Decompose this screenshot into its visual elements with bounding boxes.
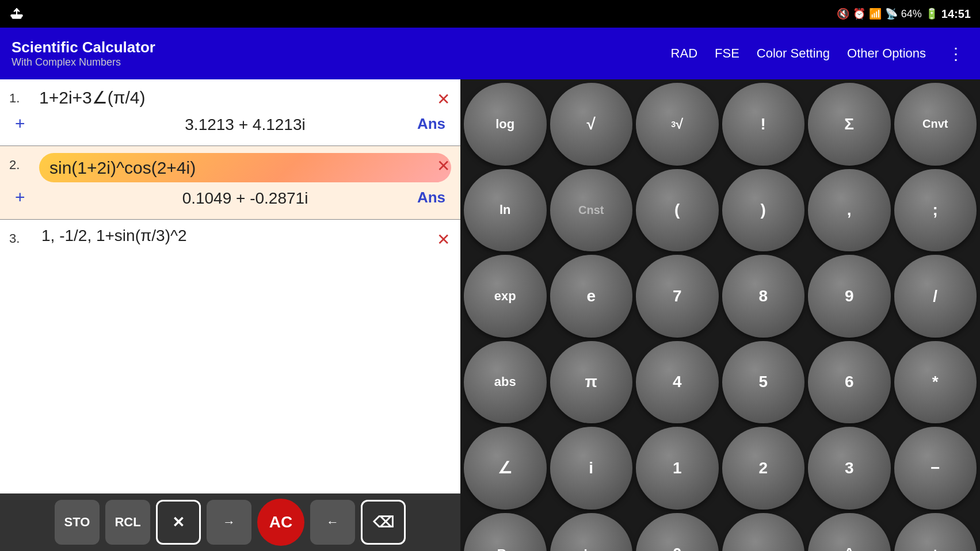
row-2-plus: +: [15, 188, 25, 207]
row-3-number: 3.: [9, 227, 30, 246]
key-8[interactable]: 8: [722, 255, 805, 338]
key-sigma[interactable]: Σ: [808, 83, 891, 166]
status-bar: 🔇 ⏰ 📶 📡 64% 🔋 14:51: [0, 0, 980, 28]
row-3-expression[interactable]: 1, -1/2, 1+sin(π/3)^2: [39, 227, 187, 245]
app-title: Scientific Calculator: [12, 39, 155, 56]
key-cbrt[interactable]: 3√: [636, 83, 719, 166]
calc-row-2: 2. sin(1+2i)^cos(2+4i) ✕ + 0.1049 + -0.2…: [0, 146, 460, 220]
bottom-toolbar: STO RCL ✕ → AC ← ⌫: [0, 493, 460, 551]
battery-icon: 🔋: [925, 7, 938, 20]
key-divide[interactable]: /: [894, 255, 977, 338]
wifi-icon: 📶: [869, 7, 882, 20]
status-bar-right: 🔇 ⏰ 📶 📡 64% 🔋 14:51: [837, 7, 971, 21]
key-9[interactable]: 9: [808, 255, 891, 338]
calc-row-1-header: 1. 1+2i+3∠(π/4) ✕: [9, 86, 451, 109]
key-factorial[interactable]: !: [722, 83, 805, 166]
key-cnvt[interactable]: Cnvt: [894, 83, 977, 166]
row-2-result-line: + 0.1049 + -0.2871i Ans: [9, 182, 451, 212]
row-2-expression[interactable]: sin(1+2i)^cos(2+4i): [39, 153, 451, 182]
key-plus[interactable]: +: [894, 513, 977, 552]
row-1-ans[interactable]: Ans: [417, 115, 445, 133]
color-setting-button[interactable]: Color Setting: [757, 46, 830, 61]
key-imaginary[interactable]: i: [550, 427, 633, 510]
key-close-paren[interactable]: ): [722, 169, 805, 252]
row-2-ans[interactable]: Ans: [417, 189, 445, 206]
key-1[interactable]: 1: [636, 427, 719, 510]
key-sqrt[interactable]: √: [550, 83, 633, 166]
row-1-number: 1.: [9, 86, 30, 106]
key-angle[interactable]: ∠: [464, 427, 547, 510]
calc-row-3-header: 3. 1, -1/2, 1+sin(π/3)^2 ✕: [9, 227, 451, 246]
key-open-paren[interactable]: (: [636, 169, 719, 252]
mute-icon: 🔇: [837, 7, 849, 20]
key-2[interactable]: 2: [722, 427, 805, 510]
back-button[interactable]: ←: [310, 500, 355, 545]
keypad: log √ 3√ ! Σ Cnvt ln Cnst ( ) , ; exp e …: [460, 79, 980, 551]
key-comma[interactable]: ,: [808, 169, 891, 252]
key-re[interactable]: Re: [464, 513, 547, 552]
row-2-result: 0.1049 + -0.2871i: [152, 185, 308, 210]
alarm-icon: ⏰: [853, 7, 865, 20]
key-exp[interactable]: exp: [464, 255, 547, 338]
key-multiply[interactable]: *: [894, 341, 977, 424]
row-1-delete[interactable]: ✕: [432, 87, 455, 111]
sto-button[interactable]: STO: [55, 500, 100, 545]
row-2-delete[interactable]: ✕: [432, 154, 455, 178]
key-log[interactable]: log: [464, 83, 547, 166]
other-options-button[interactable]: Other Options: [847, 46, 926, 61]
key-5[interactable]: 5: [722, 341, 805, 424]
key-pi[interactable]: π: [550, 341, 633, 424]
row-1-result: 3.1213 + 4.1213i: [155, 111, 305, 136]
rad-button[interactable]: RAD: [671, 46, 697, 61]
row-1-result-line: + 3.1213 + 4.1213i Ans: [9, 109, 451, 139]
calc-row-2-header: 2. sin(1+2i)^cos(2+4i) ✕: [9, 153, 451, 182]
key-3[interactable]: 3: [808, 427, 891, 510]
signal-icon: 📡: [885, 7, 898, 20]
row-1-plus: +: [15, 114, 25, 133]
fse-button[interactable]: FSE: [715, 46, 739, 61]
key-power[interactable]: ^: [808, 513, 891, 552]
row-2-number: 2.: [9, 153, 30, 173]
main-content: 1. 1+2i+3∠(π/4) ✕ + 3.1213 + 4.1213i Ans…: [0, 79, 980, 551]
calc-display: 1. 1+2i+3∠(π/4) ✕ + 3.1213 + 4.1213i Ans…: [0, 79, 460, 493]
left-panel: 1. 1+2i+3∠(π/4) ✕ + 3.1213 + 4.1213i Ans…: [0, 79, 460, 551]
key-semicolon[interactable]: ;: [894, 169, 977, 252]
key-im[interactable]: Im: [550, 513, 633, 552]
row-1-expression[interactable]: 1+2i+3∠(π/4): [39, 86, 451, 109]
header-nav: RAD FSE Color Setting Other Options ⋮: [671, 44, 968, 63]
key-minus[interactable]: −: [894, 427, 977, 510]
key-cnst[interactable]: Cnst: [550, 169, 633, 252]
app-subtitle: With Complex Numbers: [12, 56, 155, 68]
upload-icon: [9, 6, 24, 21]
key-4[interactable]: 4: [636, 341, 719, 424]
forward-button[interactable]: →: [207, 500, 251, 545]
header-title-block: Scientific Calculator With Complex Numbe…: [12, 39, 155, 68]
ac-button[interactable]: AC: [257, 499, 304, 546]
calc-row-1: 1. 1+2i+3∠(π/4) ✕ + 3.1213 + 4.1213i Ans: [0, 79, 460, 146]
key-0[interactable]: 0: [636, 513, 719, 552]
multiply-button[interactable]: ✕: [156, 500, 201, 545]
battery-percent: 64%: [901, 8, 922, 20]
status-time: 14:51: [941, 7, 971, 21]
key-dot[interactable]: .: [722, 513, 805, 552]
key-7[interactable]: 7: [636, 255, 719, 338]
calc-row-3: 3. 1, -1/2, 1+sin(π/3)^2 ✕: [0, 220, 460, 253]
app-header: Scientific Calculator With Complex Numbe…: [0, 28, 980, 79]
row-3-delete[interactable]: ✕: [432, 228, 455, 251]
key-6[interactable]: 6: [808, 341, 891, 424]
key-e[interactable]: e: [550, 255, 633, 338]
key-ln[interactable]: ln: [464, 169, 547, 252]
status-bar-left: [9, 6, 24, 21]
key-abs[interactable]: abs: [464, 341, 547, 424]
rcl-button[interactable]: RCL: [105, 500, 150, 545]
more-options-icon[interactable]: ⋮: [943, 44, 968, 63]
backspace-button[interactable]: ⌫: [361, 500, 406, 545]
